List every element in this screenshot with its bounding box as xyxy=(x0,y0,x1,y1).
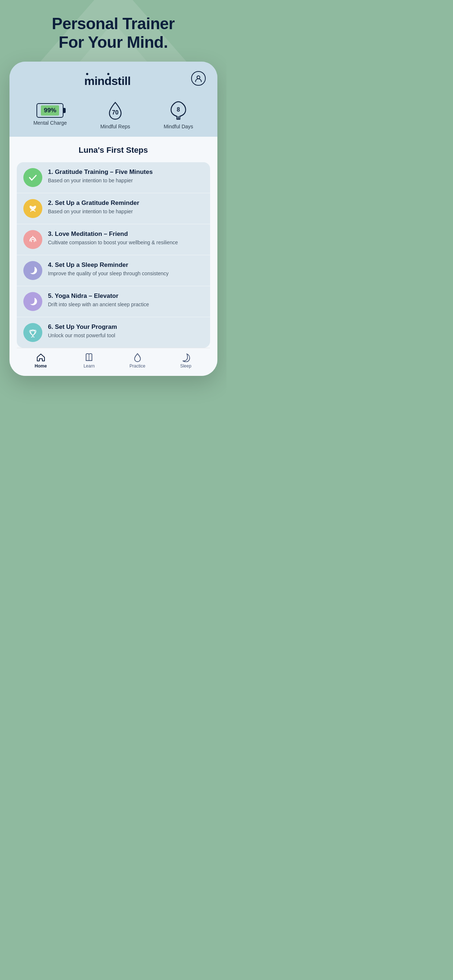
lotus-icon xyxy=(28,328,38,337)
step-title-3: 3. Love Meditation – Friend xyxy=(48,230,204,238)
svg-point-1 xyxy=(86,73,88,75)
step-desc-3: Cultivate compassion to boost your wellb… xyxy=(48,239,204,247)
tree-icon: 8 xyxy=(167,100,189,121)
profile-icon xyxy=(195,75,203,83)
stats-row: 99% Mental Charge 70 Mindful Reps 8 Mind… xyxy=(10,95,217,137)
step-text-2: 2. Set Up a Gratitude Reminder Based on … xyxy=(48,199,204,215)
step-title-4: 4. Set Up a Sleep Reminder xyxy=(48,261,204,269)
step-desc-4: Improve the quality of your sleep throug… xyxy=(48,270,204,277)
step-item-4[interactable]: 4. Set Up a Sleep Reminder Improve the q… xyxy=(17,255,210,286)
hands-heart-icon xyxy=(28,204,38,214)
step-text-4: 4. Set Up a Sleep Reminder Improve the q… xyxy=(48,261,204,277)
svg-point-2 xyxy=(107,73,109,75)
moon-icon-5 xyxy=(28,296,38,307)
step-item-6[interactable]: 6. Set Up Your Program Unlock our most p… xyxy=(17,317,210,348)
practice-drop-icon xyxy=(133,353,142,362)
step-text-1: 1. Gratitude Training – Five Minutes Bas… xyxy=(48,168,204,185)
step-icon-3 xyxy=(23,230,42,249)
svg-point-3 xyxy=(197,76,200,79)
svg-line-10 xyxy=(33,337,34,337)
checkmark-icon xyxy=(28,172,38,183)
mental-charge-label: Mental Charge xyxy=(33,120,67,126)
mental-charge-stat: 99% Mental Charge xyxy=(33,103,67,126)
nav-sleep[interactable]: Sleep xyxy=(173,353,198,369)
steps-list: 1. Gratitude Training – Five Minutes Bas… xyxy=(17,162,210,348)
svg-text:mindstill: mindstill xyxy=(84,75,131,88)
step-text-3: 3. Love Meditation – Friend Cultivate co… xyxy=(48,230,204,247)
sleep-moon-icon xyxy=(181,353,190,362)
hands-together-icon xyxy=(28,234,38,245)
step-icon-2 xyxy=(23,199,42,218)
book-icon xyxy=(84,353,94,362)
step-item-1[interactable]: 1. Gratitude Training – Five Minutes Bas… xyxy=(17,162,210,193)
moon-icon-4 xyxy=(28,266,38,275)
mindful-days-stat: 8 Mindful Days xyxy=(164,100,193,129)
nav-practice[interactable]: Practice xyxy=(125,353,150,369)
nav-home-label: Home xyxy=(35,363,47,369)
step-title-1: 1. Gratitude Training – Five Minutes xyxy=(48,168,204,176)
step-desc-2: Based on your intention to be happier xyxy=(48,208,204,215)
drop-icon: 70 xyxy=(104,100,126,121)
step-item-5[interactable]: 5. Yoga Nidra – Elevator Drift into slee… xyxy=(17,286,210,317)
step-title-2: 2. Set Up a Gratitude Reminder xyxy=(48,199,204,207)
app-header: mindstill xyxy=(10,62,217,95)
battery-icon: 99% xyxy=(37,103,64,118)
section-title: Luna's First Steps xyxy=(17,145,210,155)
step-desc-6: Unlock our most powerful tool xyxy=(48,332,204,339)
mindful-days-label: Mindful Days xyxy=(164,124,193,129)
step-text-5: 5. Yoga Nidra – Elevator Drift into slee… xyxy=(48,292,204,309)
step-item-2[interactable]: 2. Set Up a Gratitude Reminder Based on … xyxy=(17,193,210,224)
step-title-5: 5. Yoga Nidra – Elevator xyxy=(48,292,204,300)
mindful-reps-stat: 70 Mindful Reps xyxy=(100,100,130,129)
step-title-6: 6. Set Up Your Program xyxy=(48,323,204,331)
mental-charge-value: 99% xyxy=(41,105,59,116)
svg-text:70: 70 xyxy=(112,110,118,116)
page-heading: Personal Trainer For Your Mind. xyxy=(37,14,189,51)
app-logo: mindstill xyxy=(77,72,150,89)
step-icon-4 xyxy=(23,261,42,280)
nav-practice-label: Practice xyxy=(129,363,145,369)
step-text-6: 6. Set Up Your Program Unlock our most p… xyxy=(48,323,204,339)
svg-text:8: 8 xyxy=(177,107,180,113)
nav-learn-label: Learn xyxy=(83,363,95,369)
step-icon-6 xyxy=(23,323,42,342)
battery-wrapper: 99% xyxy=(37,103,64,118)
step-icon-1 xyxy=(23,168,42,187)
step-icon-5 xyxy=(23,292,42,311)
step-desc-5: Drift into sleep with an ancient sleep p… xyxy=(48,301,204,309)
nav-home[interactable]: Home xyxy=(28,353,54,369)
nav-learn[interactable]: Learn xyxy=(76,353,102,369)
profile-button[interactable] xyxy=(191,71,206,86)
nav-sleep-label: Sleep xyxy=(180,363,191,369)
home-icon xyxy=(36,353,46,362)
bottom-nav: Home Learn Practice Sleep xyxy=(17,348,210,376)
step-desc-1: Based on your intention to be happier xyxy=(48,177,204,185)
step-item-3[interactable]: 3. Love Meditation – Friend Cultivate co… xyxy=(17,224,210,255)
mindful-reps-label: Mindful Reps xyxy=(100,124,130,129)
page-title: Personal Trainer For Your Mind. xyxy=(52,14,175,51)
logo-svg: mindstill xyxy=(77,72,150,89)
main-content: Luna's First Steps 1. Gratitude Training… xyxy=(10,137,217,376)
phone-frame: mindstill 99% Mental Charge xyxy=(10,62,217,376)
